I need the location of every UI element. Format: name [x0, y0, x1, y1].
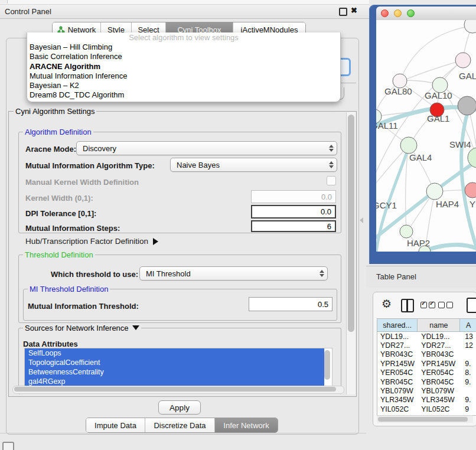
table-cell: 9. [464, 396, 476, 404]
table-row[interactable]: YIL052CYIL052C9 [377, 405, 476, 412]
settings-vscrollbar[interactable] [346, 112, 356, 394]
close-traffic-light-icon[interactable] [381, 9, 389, 17]
algorithm-option[interactable]: ARACNE Algorithm [27, 62, 340, 71]
table-hscrollbar-thumb[interactable] [378, 417, 468, 422]
algorithm-option[interactable]: Basic Correlation Inference [27, 52, 340, 61]
algorithm-option[interactable]: Bayesian – Hill Climbing [27, 43, 340, 52]
table-panel-body: ⚙ shared...nameA YDL19...YDL19...13YDR27… [373, 292, 476, 426]
mi-threshold-field[interactable]: 0.5 [249, 297, 332, 311]
table-cell: YPR145W [377, 360, 419, 368]
node-label-gal1: GAL1 [427, 113, 449, 123]
algorithm-option[interactable]: Mutual Information Inference [27, 71, 340, 81]
kernel-width-field[interactable]: 0.0 [251, 190, 336, 203]
table-row[interactable]: YBR043CYBR043C [377, 350, 476, 359]
sources-toggle[interactable]: Sources for Network Inference [23, 324, 141, 332]
minimize-traffic-light-icon[interactable] [394, 9, 402, 17]
attributes-scrollbar[interactable] [324, 350, 330, 380]
table-row[interactable]: YPR145WYPR145W9. [377, 359, 476, 368]
table-cell: YER054C [419, 369, 464, 377]
table-cell: 12 [464, 341, 476, 350]
attribute-item[interactable]: TopologicalCoefficient [25, 358, 324, 367]
function-builder-icon[interactable] [467, 298, 476, 313]
aracne-mode-select[interactable]: Discovery [76, 141, 337, 155]
mi-steps-label: Mutual Information Steps: [25, 224, 120, 233]
table-cell: YLR345W [377, 396, 419, 404]
control-panel-titlebar: Control Panel ✖ [0, 5, 369, 19]
table-cell: 9. [464, 360, 476, 368]
sources-hscrollbar[interactable] [12, 386, 344, 394]
close-icon[interactable]: ✖ [351, 6, 357, 15]
node-GAL4[interactable] [400, 137, 417, 154]
mi-threshold-label: Mutual Information Threshold: [28, 302, 139, 311]
mi-type-select[interactable]: Naive Bayes [170, 158, 337, 172]
node-gray[interactable] [458, 96, 476, 115]
stepper-arrows-icon [317, 270, 327, 277]
data-attributes-label: Data Attributes [23, 340, 78, 348]
attribute-item[interactable]: gal4RGexp [25, 377, 324, 386]
node-pink-upper[interactable] [455, 53, 471, 68]
tab-infer-network[interactable]: Infer Network [215, 418, 278, 432]
table-row[interactable]: YDL19...YDL19...13 [377, 332, 476, 341]
table-row[interactable]: YBR045CYBR045C9. [377, 377, 476, 386]
algorithm-list: Bayesian – Hill ClimbingBasic Correlatio… [27, 43, 340, 100]
column-header-name[interactable]: name [418, 319, 460, 331]
table-row[interactable]: YDR27...YDR27...12 [377, 341, 476, 350]
column-header-a[interactable]: A [460, 319, 476, 331]
network-edge [376, 146, 407, 190]
data-attributes-list[interactable]: SelfLoopsTopologicalCoefficientBetweenne… [24, 348, 332, 389]
collapsed-arrow-icon [153, 238, 158, 245]
table-cell: YBL079W [419, 387, 464, 395]
dpi-tolerance-label: DPI Tolerance [0,1]: [25, 209, 96, 218]
tab-discretize-data[interactable]: Discretize Data [145, 418, 215, 432]
node-label-hap4: HAP4 [436, 199, 459, 209]
which-threshold-select[interactable]: MI Threshold [139, 266, 328, 281]
minimized-panel-icon[interactable] [2, 442, 14, 450]
network-edge [406, 60, 463, 79]
table-cell: 9. [464, 378, 476, 386]
node-HAP4[interactable] [426, 183, 443, 200]
attribute-item[interactable]: SelfLoops [25, 348, 324, 358]
manual-kernel-checkbox[interactable] [327, 176, 336, 185]
settings-vscrollbar-thumb[interactable] [348, 115, 354, 332]
select-all-icon[interactable] [420, 302, 435, 308]
network-canvas[interactable]: GALGAL80GAL10GAL1GAL11SWI4GAL4GCY1HAP4YH… [376, 20, 476, 252]
algorithm-option[interactable]: Dream8 DC_TDC Algorithm [27, 90, 340, 100]
tab-impute-data[interactable]: Impute Data [86, 418, 145, 432]
mi-type-value: Naive Bayes [171, 161, 326, 169]
network-window-titlebar[interactable] [376, 6, 476, 21]
hub-definition-toggle[interactable]: Hub/Transcription Factor Definition [25, 237, 158, 246]
threshold-definition-title: Threshold Definition [23, 250, 95, 259]
column-header-shared[interactable]: shared... [377, 319, 418, 331]
deselect-all-icon[interactable] [438, 302, 453, 308]
panel-splitter-grip[interactable] [360, 217, 363, 223]
algorithm-definition-title: Algorithm Definition [23, 128, 93, 136]
columns-icon[interactable] [401, 299, 414, 312]
aracne-mode-label: Aracne Mode: [25, 145, 76, 154]
zoom-traffic-light-icon[interactable] [407, 9, 415, 17]
hub-definition-label: Hub/Transcription Factor Definition [25, 237, 148, 246]
table-hscrollbar[interactable] [377, 415, 473, 423]
dpi-tolerance-field[interactable]: 0.0 [251, 205, 336, 219]
attribute-item[interactable]: BetweennessCentrality [25, 367, 324, 377]
node-top-partial[interactable] [464, 20, 476, 33]
control-panel-title: Control Panel [5, 7, 51, 16]
gear-icon[interactable]: ⚙ [382, 297, 392, 311]
node-label-y: Y [470, 199, 475, 209]
network-graph[interactable]: GALGAL80GAL10GAL1GAL11SWI4GAL4GCY1HAP4YH… [376, 20, 476, 252]
table-cell: YBL079W [377, 387, 419, 395]
mi-steps-field[interactable]: 6 [251, 220, 336, 232]
algorithm-option[interactable]: Bayesian – K2 [27, 81, 340, 90]
table-row[interactable]: YER054CYER054C8. [377, 369, 476, 377]
aracne-mode-value: Discovery [77, 144, 326, 153]
node-salmon[interactable] [465, 182, 476, 198]
node-HAP2[interactable] [400, 225, 413, 238]
top-strip [0, 0, 369, 5]
table-row[interactable]: YBL079WYBL079W [377, 386, 476, 395]
node-attribute-table[interactable]: shared...nameA YDL19...YDL19...13YDR27..… [377, 318, 476, 416]
table-row[interactable]: YLR345WYLR345W9. [377, 396, 476, 405]
sources-hscrollbar-thumb[interactable] [14, 387, 336, 392]
apply-button[interactable]: Apply [158, 400, 201, 415]
node-label-gal10: GAL10 [425, 90, 452, 100]
float-window-icon[interactable] [339, 8, 347, 16]
table-rows: YDL19...YDL19...13YDR27...YDR27...12YBR0… [377, 332, 476, 412]
